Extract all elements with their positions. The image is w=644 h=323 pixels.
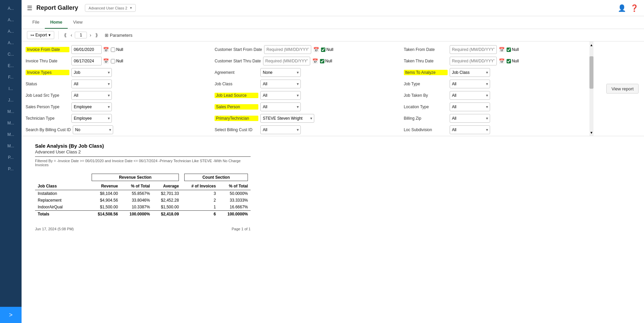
next-page-button[interactable]: › — [88, 32, 93, 38]
export-button[interactable]: ↦ Export ▾ — [27, 31, 54, 39]
report-selector[interactable]: Advanced User Class 2 ▾ — [85, 4, 136, 12]
params-row-8: Search By Billing Cust ID No Select Bill… — [26, 125, 590, 135]
sidebar-item-p1[interactable]: P... — [0, 152, 22, 163]
cell-job-class: Replacement — [35, 197, 89, 204]
totals-average: $2,418.09 — [153, 211, 182, 218]
totals-revenue: $14,508.56 — [89, 211, 121, 218]
page-number-input[interactable] — [75, 32, 87, 38]
parameters-button[interactable]: ⊞ Parameters — [102, 31, 135, 39]
taken-thru-calendar-icon[interactable]: 📅 — [499, 58, 505, 64]
tab-view[interactable]: View — [68, 16, 88, 29]
invoice-from-date-input[interactable] — [71, 45, 102, 54]
taken-thru-date-input[interactable] — [450, 57, 497, 65]
job-taken-by-select[interactable]: All — [450, 91, 490, 100]
view-report-button[interactable]: View report — [606, 84, 639, 94]
sidebar-item-e[interactable]: E... — [0, 61, 22, 71]
agreement-select[interactable]: None — [260, 68, 301, 77]
totals-pct-count: 100.0000% — [219, 211, 251, 218]
billing-zip-select-wrapper: All — [450, 114, 490, 123]
agreement-select-wrapper: None — [260, 68, 301, 77]
status-label: Status — [26, 82, 69, 86]
sidebar-item-a4[interactable]: A... — [0, 38, 22, 48]
sidebar-item-a3[interactable]: A... — [0, 26, 22, 36]
taken-from-null-check: Null — [507, 47, 519, 52]
table-header-spacer — [35, 172, 89, 182]
taken-thru-null-checkbox[interactable] — [507, 59, 511, 63]
customer-start-from-input[interactable] — [264, 45, 311, 54]
technician-type-label: Technician Type — [26, 116, 69, 121]
taken-from-null-checkbox[interactable] — [507, 48, 511, 52]
export-label: Export — [35, 33, 47, 37]
loc-subdivision-select[interactable]: All — [450, 125, 490, 134]
status-select[interactable]: All — [71, 80, 112, 88]
customer-start-thru-label: Customer Start Thru Date — [215, 59, 261, 63]
sidebar-item-f[interactable]: F... — [0, 72, 22, 82]
user-icon[interactable]: 👤 — [618, 4, 626, 12]
sales-person-type-label: Sales Person Type — [26, 105, 69, 109]
hamburger-icon[interactable]: ☰ — [27, 4, 32, 12]
taken-from-date-input[interactable] — [450, 45, 497, 54]
items-to-analyze-select[interactable]: Job Class — [450, 68, 490, 77]
sidebar-item-p2[interactable]: P... — [0, 164, 22, 174]
items-to-analyze-select-wrapper: Job Class — [450, 68, 490, 77]
invoice-thru-date-input[interactable] — [71, 57, 102, 65]
primary-technician-select[interactable]: STEVE Steven Wright — [260, 114, 314, 123]
job-class-select[interactable]: All — [260, 80, 301, 88]
job-lead-src-type-select[interactable]: All — [71, 91, 112, 100]
location-type-select[interactable]: All — [450, 102, 490, 111]
parameters-label: Parameters — [110, 33, 132, 38]
invoice-thru-null-checkbox[interactable] — [111, 59, 115, 63]
invoice-from-date-calendar-icon[interactable]: 📅 — [103, 47, 109, 52]
sales-person-type-select[interactable]: Employee — [71, 102, 112, 111]
cell-pct-count: 16.6667% — [219, 204, 251, 211]
taken-from-null-label: Null — [512, 47, 519, 52]
customer-start-from-null-checkbox[interactable] — [321, 48, 325, 52]
taken-thru-date-label: Taken Thru Date — [404, 59, 448, 63]
cell-pct-total: 10.3387% — [121, 204, 153, 211]
billing-zip-select[interactable]: All — [450, 114, 490, 123]
sidebar-item-m3[interactable]: M... — [0, 129, 22, 140]
tab-file[interactable]: File — [27, 16, 45, 29]
first-page-button[interactable]: ⟪ — [63, 32, 68, 38]
invoice-types-select[interactable]: Job — [71, 68, 112, 77]
report-name: Advanced User Class 2 — [89, 6, 127, 10]
sidebar-item-a1[interactable]: A... — [0, 3, 22, 13]
report-main-title: Sale Analysis (By Job Class) — [35, 143, 251, 149]
sidebar-item-i[interactable]: I... — [0, 84, 22, 94]
col-job-class: Job Class — [35, 182, 89, 190]
sidebar-item-m2[interactable]: M... — [0, 118, 22, 128]
params-row-5: Job Lead Src Type All Job Lead Source Al… — [26, 91, 590, 100]
help-icon[interactable]: ❓ — [630, 4, 639, 12]
prev-page-button[interactable]: ‹ — [69, 32, 74, 38]
bottom-nav-button[interactable]: > — [0, 307, 22, 323]
invoice-from-null-checkbox[interactable] — [111, 48, 115, 52]
taken-from-calendar-icon[interactable]: 📅 — [499, 47, 505, 52]
customer-start-thru-input[interactable] — [263, 57, 310, 65]
scroll-down[interactable]: ▼ — [589, 129, 593, 136]
report-area: Sale Analysis (By Job Class) Advanced Us… — [22, 136, 644, 323]
tab-home[interactable]: Home — [45, 16, 68, 29]
job-lead-source-select[interactable]: All — [260, 91, 301, 100]
scroll-up[interactable]: ▲ — [589, 41, 593, 48]
sidebar-item-j[interactable]: J... — [0, 95, 22, 105]
customer-start-from-calendar-icon[interactable]: 📅 — [313, 47, 319, 52]
sidebar-item-m1[interactable]: M... — [0, 107, 22, 117]
sales-person-select[interactable]: All — [260, 102, 301, 111]
report-footer: Jun 17, 2024 (5:08 PM) Page 1 of 1 — [35, 224, 251, 231]
search-billing-select[interactable]: No — [73, 125, 113, 134]
last-page-button[interactable]: ⟫ — [94, 32, 99, 38]
invoice-thru-calendar-icon[interactable]: 📅 — [103, 58, 109, 64]
sidebar-item-a2[interactable]: A... — [0, 15, 22, 25]
cell-revenue: $8,104.00 — [89, 190, 121, 197]
technician-type-select[interactable]: Employee — [71, 114, 112, 123]
vertical-scrollbar[interactable]: ▲ ▼ — [589, 41, 593, 136]
scroll-thumb[interactable] — [589, 56, 593, 89]
customer-start-thru-calendar-icon[interactable]: 📅 — [312, 58, 318, 64]
customer-start-thru-null-checkbox[interactable] — [320, 59, 324, 63]
job-type-select[interactable]: All — [450, 80, 490, 88]
select-billing-select[interactable]: All — [260, 125, 301, 134]
sidebar-item-c[interactable]: C... — [0, 49, 22, 59]
job-lead-src-type-label: Job Lead Src Type — [26, 93, 69, 98]
params-scroll-area: Invoice From Date 📅 Null Customer Start … — [22, 41, 644, 136]
sidebar-item-m4[interactable]: M... — [0, 141, 22, 151]
